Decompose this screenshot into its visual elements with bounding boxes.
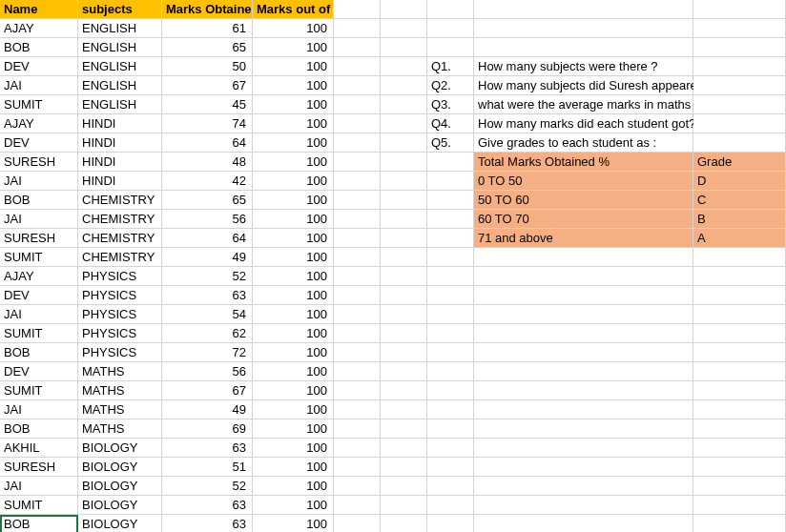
- cell[interactable]: SUMIT: [0, 496, 78, 515]
- column-header[interactable]: [381, 0, 427, 19]
- cell[interactable]: HINDI: [78, 133, 162, 153]
- cell[interactable]: 100: [253, 153, 334, 172]
- cell[interactable]: [381, 286, 427, 305]
- cell[interactable]: SURESH: [0, 153, 78, 172]
- cell[interactable]: [693, 286, 786, 305]
- cell[interactable]: AKHIL: [0, 439, 78, 458]
- cell[interactable]: [334, 305, 381, 324]
- cell[interactable]: 64: [162, 229, 253, 248]
- cell[interactable]: 63: [162, 286, 253, 305]
- cell[interactable]: [381, 439, 427, 458]
- cell[interactable]: [693, 57, 786, 76]
- cell[interactable]: [693, 400, 786, 419]
- cell[interactable]: [474, 267, 693, 286]
- cell[interactable]: [474, 458, 693, 477]
- cell[interactable]: [693, 38, 786, 57]
- cell[interactable]: D: [693, 172, 786, 191]
- cell[interactable]: [381, 114, 427, 133]
- cell[interactable]: 67: [162, 76, 253, 95]
- cell[interactable]: 100: [253, 133, 334, 153]
- cell[interactable]: [474, 38, 693, 57]
- cell[interactable]: 63: [162, 496, 253, 515]
- cell[interactable]: 49: [162, 400, 253, 419]
- cell[interactable]: 65: [162, 191, 253, 210]
- cell[interactable]: [474, 477, 693, 496]
- cell[interactable]: 51: [162, 458, 253, 477]
- cell[interactable]: 72: [162, 343, 253, 362]
- cell[interactable]: [334, 19, 381, 38]
- cell[interactable]: 100: [253, 515, 334, 532]
- cell[interactable]: BIOLOGY: [78, 439, 162, 458]
- cell[interactable]: JAI: [0, 172, 78, 191]
- cell[interactable]: AJAY: [0, 114, 78, 133]
- cell[interactable]: MATHS: [78, 419, 162, 439]
- cell[interactable]: 61: [162, 19, 253, 38]
- cell[interactable]: JAI: [0, 477, 78, 496]
- cell[interactable]: [693, 19, 786, 38]
- cell[interactable]: [334, 362, 381, 381]
- column-header[interactable]: Marks out of: [253, 0, 334, 19]
- cell[interactable]: [474, 439, 693, 458]
- cell[interactable]: 67: [162, 381, 253, 400]
- cell[interactable]: ENGLISH: [78, 19, 162, 38]
- cell[interactable]: 100: [253, 343, 334, 362]
- cell[interactable]: 100: [253, 381, 334, 400]
- cell[interactable]: SUMIT: [0, 324, 78, 343]
- cell[interactable]: [334, 76, 381, 95]
- cell[interactable]: 64: [162, 133, 253, 153]
- cell[interactable]: 100: [253, 496, 334, 515]
- cell[interactable]: JAI: [0, 400, 78, 419]
- cell[interactable]: 100: [253, 477, 334, 496]
- cell[interactable]: C: [693, 191, 786, 210]
- cell[interactable]: Grade: [693, 153, 786, 172]
- cell[interactable]: [334, 95, 381, 114]
- cell[interactable]: [381, 153, 427, 172]
- cell[interactable]: 100: [253, 286, 334, 305]
- cell[interactable]: [334, 400, 381, 419]
- cell[interactable]: [334, 191, 381, 210]
- cell[interactable]: 100: [253, 114, 334, 133]
- cell[interactable]: [381, 191, 427, 210]
- column-header[interactable]: Name: [0, 0, 78, 19]
- cell[interactable]: 100: [253, 76, 334, 95]
- cell[interactable]: [427, 38, 474, 57]
- cell[interactable]: HINDI: [78, 153, 162, 172]
- cell[interactable]: 50 TO 60: [474, 191, 693, 210]
- cell[interactable]: Total Marks Obtained %: [474, 153, 693, 172]
- cell[interactable]: [334, 458, 381, 477]
- cell[interactable]: [474, 381, 693, 400]
- column-header[interactable]: [427, 0, 474, 19]
- cell[interactable]: [427, 286, 474, 305]
- column-header[interactable]: subjects: [78, 0, 162, 19]
- column-header[interactable]: [334, 0, 381, 19]
- cell[interactable]: [474, 305, 693, 324]
- cell[interactable]: [334, 496, 381, 515]
- cell[interactable]: [693, 248, 786, 267]
- cell[interactable]: BOB: [0, 419, 78, 439]
- cell[interactable]: 100: [253, 248, 334, 267]
- cell[interactable]: Q1.: [427, 57, 474, 76]
- cell[interactable]: [334, 172, 381, 191]
- cell[interactable]: [334, 477, 381, 496]
- cell[interactable]: B: [693, 210, 786, 229]
- cell[interactable]: 100: [253, 210, 334, 229]
- cell[interactable]: [427, 19, 474, 38]
- cell[interactable]: [381, 95, 427, 114]
- cell[interactable]: [381, 305, 427, 324]
- cell[interactable]: [693, 477, 786, 496]
- cell[interactable]: ENGLISH: [78, 76, 162, 95]
- cell[interactable]: BOB: [0, 191, 78, 210]
- cell[interactable]: MATHS: [78, 400, 162, 419]
- cell[interactable]: 100: [253, 191, 334, 210]
- cell[interactable]: HINDI: [78, 114, 162, 133]
- cell[interactable]: CHEMISTRY: [78, 229, 162, 248]
- cell[interactable]: [334, 210, 381, 229]
- cell[interactable]: 56: [162, 210, 253, 229]
- cell[interactable]: [427, 210, 474, 229]
- cell[interactable]: [381, 267, 427, 286]
- cell[interactable]: [334, 286, 381, 305]
- cell[interactable]: [427, 362, 474, 381]
- cell[interactable]: [427, 248, 474, 267]
- cell[interactable]: CHEMISTRY: [78, 191, 162, 210]
- cell[interactable]: SUMIT: [0, 95, 78, 114]
